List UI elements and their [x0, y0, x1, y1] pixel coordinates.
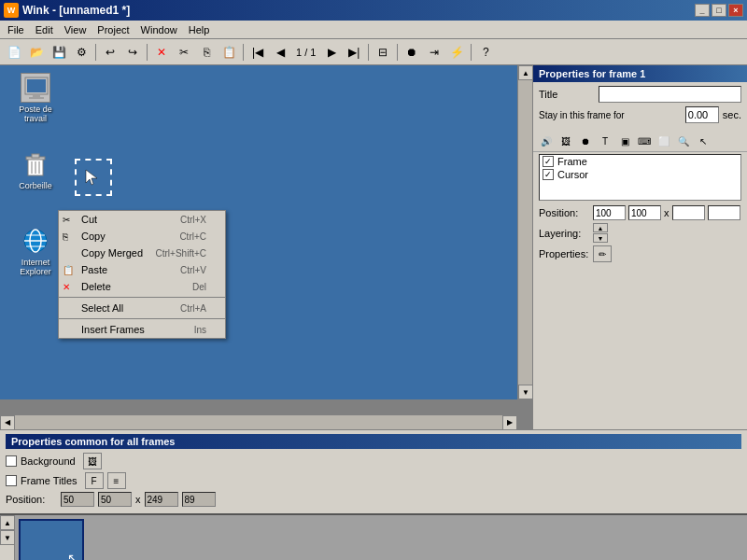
svg-marker-15: [86, 170, 97, 185]
panel-audio-icon[interactable]: 🔊: [537, 133, 556, 149]
frame-titles-font-button[interactable]: F: [85, 472, 104, 489]
desktop-icon-trash: Corbeille: [7, 149, 63, 190]
delete-button[interactable]: ✕: [151, 42, 172, 63]
scroll-left-button[interactable]: ◀: [0, 415, 15, 430]
redo-button[interactable]: ↪: [122, 42, 143, 63]
new-button[interactable]: 📄: [4, 42, 24, 63]
menu-project[interactable]: Project: [92, 22, 134, 37]
layer-up-button[interactable]: ▲: [593, 223, 608, 232]
menu-file[interactable]: File: [2, 22, 30, 37]
ctx-cut[interactable]: ✂ Cut Ctrl+X: [59, 211, 225, 228]
layer-down-button[interactable]: ▼: [593, 233, 608, 243]
ctx-paste[interactable]: 📋 Paste Ctrl+V: [59, 261, 225, 278]
panel-text-icon[interactable]: T: [596, 133, 614, 149]
pos-y-input[interactable]: [628, 205, 661, 220]
bottom-pos-x[interactable]: [61, 492, 94, 507]
first-frame-button[interactable]: |◀: [247, 42, 268, 63]
cut-icon: ✂: [63, 215, 70, 225]
ctx-insert-frames-label: Insert Frames: [81, 324, 145, 335]
panel-record-icon[interactable]: ⏺: [576, 133, 595, 149]
canvas-wrapper: Poste de travail Corbeille: [0, 65, 532, 414]
pc-icon-image: [21, 73, 50, 103]
help-button[interactable]: ?: [475, 42, 496, 63]
record-button[interactable]: ⏺: [402, 42, 422, 63]
settings-button[interactable]: ⚙: [71, 42, 92, 63]
panel-zoom-icon[interactable]: 🔍: [674, 133, 693, 149]
filmstrip-frame-1[interactable]: ↖ 1: [19, 519, 84, 560]
panel-image-icon[interactable]: 🖼: [557, 133, 575, 149]
title-section: Title Stay in this frame for sec.: [533, 82, 747, 131]
title-input[interactable]: [599, 86, 741, 103]
ctx-select-all[interactable]: Select All Ctrl+A: [59, 300, 225, 316]
frame-check-label: Frame: [557, 156, 587, 167]
ctx-paste-shortcut: Ctrl+V: [180, 265, 206, 275]
frame-checkbox[interactable]: ✓: [543, 156, 554, 167]
close-button[interactable]: ×: [728, 4, 743, 17]
cut-button[interactable]: ✂: [174, 42, 194, 63]
ctx-paste-label: Paste: [81, 264, 107, 275]
pos-x-input[interactable]: [593, 205, 626, 220]
ctx-select-all-shortcut: Ctrl+A: [180, 303, 206, 314]
pos-h-input[interactable]: [708, 205, 740, 220]
canvas-scrollbar-v[interactable]: ▲ ▼: [517, 65, 532, 399]
bottom-pos-h[interactable]: [182, 492, 216, 507]
stay-input[interactable]: [685, 106, 719, 123]
menu-window[interactable]: Window: [135, 22, 183, 37]
scroll-track-h[interactable]: [15, 415, 502, 430]
menu-help[interactable]: Help: [183, 22, 216, 37]
copy-small-icon: ⎘: [63, 231, 68, 242]
ctx-copy-merged[interactable]: Copy Merged Ctrl+Shift+C: [59, 245, 225, 261]
play-button[interactable]: ▶: [321, 42, 342, 63]
panel-input-icon[interactable]: ⌨: [635, 133, 654, 149]
properties-edit-button[interactable]: ✏: [593, 245, 612, 262]
filmstrip-container: ▲ ▼ ↖ 1 ◀ ▶: [0, 513, 747, 560]
layering-label: Layering:: [539, 228, 590, 239]
panel-button-icon[interactable]: ▣: [615, 133, 634, 149]
copy-button[interactable]: ⎘: [196, 42, 217, 63]
scroll-right-button[interactable]: ▶: [502, 415, 517, 430]
canvas-scrollbar-h[interactable]: ◀ ▶: [0, 414, 517, 429]
ctx-delete[interactable]: ✕ Delete Del: [59, 278, 225, 295]
scroll-up-button[interactable]: ▲: [518, 65, 532, 80]
pos-w-input[interactable]: [672, 205, 705, 220]
undo-button[interactable]: ↩: [100, 42, 120, 63]
check-cursor[interactable]: ✓ Cursor: [540, 168, 740, 181]
menu-edit[interactable]: Edit: [30, 22, 59, 37]
bottom-pos-y[interactable]: [98, 492, 132, 507]
ctx-copy[interactable]: ⎘ Copy Ctrl+C: [59, 228, 225, 245]
paste-button[interactable]: 📋: [218, 42, 239, 63]
scroll-track-v[interactable]: [518, 80, 532, 385]
background-image-button[interactable]: 🖼: [83, 453, 102, 469]
export-button[interactable]: ⇥: [424, 42, 444, 63]
open-button[interactable]: 📂: [26, 42, 47, 63]
menu-view[interactable]: View: [59, 22, 92, 37]
paste-icon: 📋: [63, 265, 74, 275]
frame-titles-checkbox[interactable]: [6, 475, 17, 486]
panel-shape-icon[interactable]: ⬜: [655, 133, 673, 149]
save-button[interactable]: 💾: [49, 42, 69, 63]
prev-frame-button[interactable]: ◀: [270, 42, 290, 63]
sec-label: sec.: [723, 109, 741, 120]
minimize-button[interactable]: _: [695, 4, 710, 17]
filmstrip-main: ↖ 1 ◀ ▶: [15, 515, 747, 560]
ctx-delete-shortcut: Del: [192, 282, 206, 292]
flash-button[interactable]: ⚡: [446, 42, 467, 63]
next-frame-button[interactable]: ▶|: [344, 42, 364, 63]
panel-cursor-icon[interactable]: ↖: [694, 133, 712, 149]
filmstrip-scroll-up[interactable]: ▲: [0, 515, 15, 530]
ctx-insert-frames[interactable]: Insert Frames Ins: [59, 321, 225, 338]
restore-button[interactable]: □: [712, 4, 726, 17]
background-checkbox[interactable]: [6, 455, 17, 467]
scroll-down-button[interactable]: ▼: [518, 385, 532, 399]
check-frame[interactable]: ✓ Frame: [540, 155, 740, 168]
ctx-copy-label: Copy: [81, 231, 106, 242]
cursor-checkbox[interactable]: ✓: [543, 169, 554, 180]
filmstrip-scroll-down[interactable]: ▼: [0, 530, 15, 545]
zoom-fit-button[interactable]: ⊟: [373, 42, 393, 63]
bottom-pos-w[interactable]: [145, 492, 178, 507]
ctx-copy-merged-label: Copy Merged: [81, 247, 143, 259]
frame-titles-align-button[interactable]: ≡: [107, 472, 126, 489]
filmstrip-scroll-v[interactable]: ▲ ▼: [0, 515, 15, 560]
background-row: Background 🖼: [6, 453, 741, 469]
svg-rect-1: [27, 79, 46, 92]
